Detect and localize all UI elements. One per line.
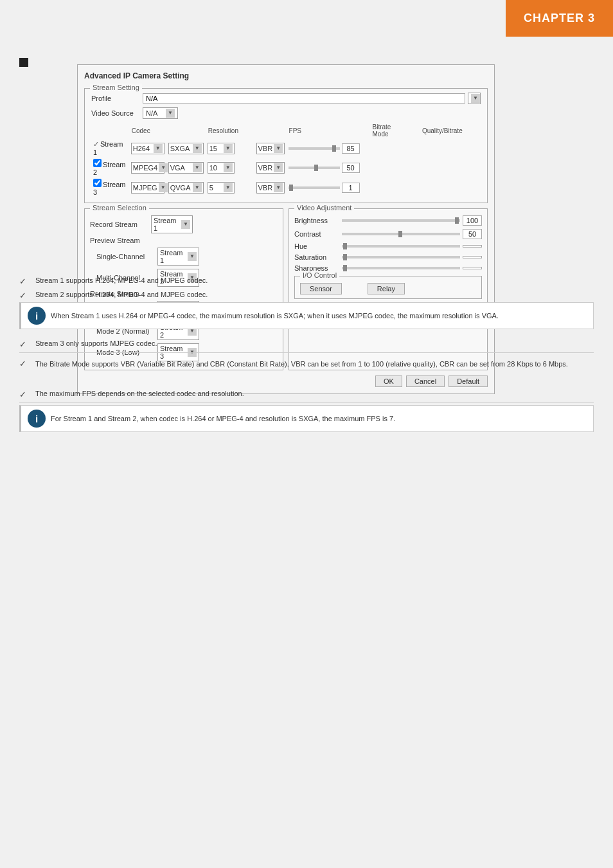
stream-3-quality-thumb [289,185,293,191]
checkmark-2: ✓ [19,291,26,300]
stream-setting-label: Stream Setting [90,84,142,91]
stream-2-quality-container: 50 [289,163,360,173]
codec-header: Codec [129,122,166,139]
info-icon-1: i [28,307,46,325]
single-channel-label: Single-Channel [96,253,157,260]
separator-2 [19,402,594,403]
stream-3-bitrate-cell: VBR▼ [254,177,287,197]
dialog-buttons: OK Cancel Default [84,375,488,387]
stream-1-codec-select[interactable]: H264▼ [131,143,164,154]
stream-3-quality-cell: 1 [287,177,362,197]
stream-2-fps-cell: 10▼ [206,158,254,177]
stream-3-codec-select[interactable]: MJPEG▼ [131,182,164,194]
stream-2-quality-value[interactable]: 50 [342,163,360,173]
profile-row: Profile ▼ [91,93,481,104]
hue-value[interactable] [463,245,482,248]
checkmark-3: ✓ [19,339,26,349]
info-box-1: i When Stream 1 uses H.264 or MPEG-4 cod… [19,302,594,329]
stream-2-bitrate-value: VBR [258,164,273,172]
stream-2-bitrate-arrow: ▼ [274,163,283,172]
stream-1-quality-slider[interactable] [289,147,340,150]
stream-3-quality-slider[interactable] [289,186,340,189]
stream-1-fps-select[interactable]: 15▼ [208,143,235,154]
cancel-button[interactable]: Cancel [406,375,445,387]
video-source-arrow-icon: ▼ [166,109,175,118]
saturation-label: Saturation [294,253,339,261]
stream-row: Stream 2MPEG4▼VGA▼10▼VBR▼50 [91,158,481,177]
brightness-value[interactable]: 100 [463,215,482,226]
stream-2-fps-value: 10 [209,164,222,172]
info-box-2: i For Stream 1 and Stream 2, when codec … [19,405,594,432]
stream-1-bitrate-cell: VBR▼ [254,139,287,158]
note-text-1: Stream 1 supports H.264, MPEG-4 and MJPE… [35,276,594,284]
hue-slider[interactable] [342,245,460,248]
stream-2-res-select[interactable]: VGA▼ [168,162,204,174]
stream-2-bitrate-cell: VBR▼ [254,158,287,177]
stream-3-res-select[interactable]: QVGA▼ [168,182,204,194]
stream-1-quality-value[interactable]: 85 [342,143,360,154]
note-text-3: Stream 3 only supports MJPEG codec. [35,339,594,347]
record-stream-value: Stream 1 [154,217,180,232]
stream-2-quality-thumb [314,165,318,171]
stream-1-resolution-cell: SXGA▼ [166,139,206,158]
separator-1 [19,352,594,353]
sharpness-slider[interactable] [342,267,460,269]
brightness-slider[interactable] [342,219,460,222]
default-button[interactable]: Default [449,375,488,387]
saturation-value[interactable] [463,256,482,258]
stream-1-check-cell: ✓Stream 1 [91,139,129,158]
stream-3-check-cell: Stream 3 [91,177,129,197]
ok-button[interactable]: OK [375,375,402,387]
record-stream-select[interactable]: Stream 1 ▼ [151,215,193,233]
sharpness-value[interactable] [463,267,482,269]
saturation-slider[interactable] [342,256,460,258]
stream-2-fps-arrow: ▼ [224,163,233,172]
stream-3-fps-arrow: ▼ [224,183,233,192]
profile-input[interactable] [143,93,465,104]
stream-3-resolution-cell: QVGA▼ [166,177,206,197]
video-source-select[interactable]: N/A ▼ [143,107,178,119]
stream-3-bitrate-select[interactable]: VBR▼ [256,182,285,194]
single-channel-select[interactable]: Stream 1 ▼ [157,248,199,266]
stream-1-fps-arrow: ▼ [224,144,233,153]
chapter-header: CHAPTER 3 [506,0,613,37]
contrast-value[interactable]: 50 [463,229,482,239]
stream-2-checkbox[interactable] [93,159,102,167]
stream-3-checkbox[interactable] [93,179,102,187]
stream-1-bitrate-select[interactable]: VBR▼ [256,143,285,154]
stream-1-res-select[interactable]: SXGA▼ [168,143,204,154]
stream-setting-group: Stream Setting Profile ▼ Video Source N/… [84,88,488,203]
info-text-1: When Stream 1 uses H.264 or MPEG-4 codec… [51,311,499,321]
stream-3-res-arrow: ▼ [193,183,202,192]
stream-table: Codec Resolution FPS Bitrate Mode Qualit… [91,122,481,197]
stream-3-res-value: QVGA [170,184,191,192]
brightness-label: Brightness [294,217,339,224]
fps-header: FPS [287,122,362,139]
stream-3-bitrate-arrow: ▼ [274,183,283,192]
stream-2-codec-select[interactable]: MPEG4▼ [131,162,164,174]
stream-2-quality-slider[interactable] [289,167,340,169]
info-text-2: For Stream 1 and Stream 2, when codec is… [51,413,395,424]
brightness-row: Brightness 100 [294,215,482,226]
note-text-5: The maximum FPS depends on the selected … [35,390,594,397]
single-channel-row: Single-Channel Stream 1 ▼ [90,248,278,266]
stream-3-codec-arrow: ▼ [159,183,168,192]
stream-row: ✓Stream 1H264▼SXGA▼15▼VBR▼85 [91,139,481,158]
stream-3-fps-cell: 5▼ [206,177,254,197]
profile-select[interactable]: ▼ [468,93,481,104]
contrast-slider[interactable] [342,233,460,235]
stream-selection-label: Stream Selection [90,204,149,212]
stream-1-codec-arrow: ▼ [154,144,163,153]
stream-2-fps-select[interactable]: 10▼ [208,162,235,174]
stream-1-fps-cell: 15▼ [206,139,254,158]
stream-1-codec-cell: H264▼ [129,139,166,158]
stream-3-codec-cell: MJPEG▼ [129,177,166,197]
video-source-row: Video Source N/A ▼ [91,107,481,119]
info-icon-2: i [28,410,46,428]
stream-1-quality-container: 85 [289,143,360,154]
stream-3-quality-value[interactable]: 1 [342,183,360,193]
stream-2-bitrate-select[interactable]: VBR▼ [256,162,285,174]
hue-label: Hue [294,242,339,250]
stream-3-fps-select[interactable]: 5▼ [208,182,235,194]
stream-3-codec-value: MJPEG [133,184,157,192]
